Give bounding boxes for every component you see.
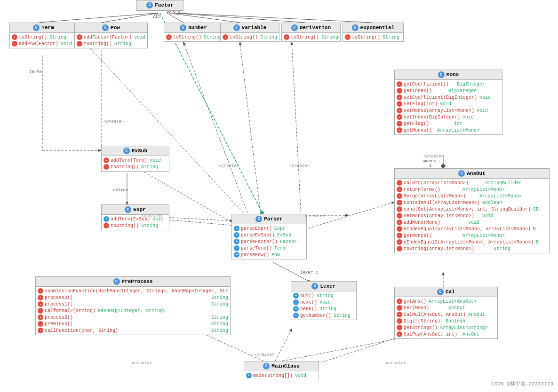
- method-icon: +: [234, 245, 239, 251]
- method-icon: -: [397, 220, 402, 225]
- label-lexer-1: lexer 1: [300, 270, 318, 275]
- method-icon: -: [397, 200, 402, 205]
- method-icon: -: [12, 41, 17, 47]
- class-name-exsub: ExSub: [132, 148, 147, 154]
- method-icon: -: [397, 239, 402, 245]
- svg-line-5: [179, 13, 372, 23]
- method-icon: +: [234, 239, 239, 244]
- class-name-expr: Expr: [133, 207, 145, 212]
- class-name-number: Number: [188, 25, 207, 31]
- svg-line-4: [174, 13, 305, 23]
- class-name-exponential: Exponential: [360, 25, 395, 31]
- label-monos: monos: [423, 159, 436, 164]
- method-icon: -: [104, 223, 109, 228]
- method-icon: -: [38, 328, 43, 333]
- method-icon: -: [397, 318, 402, 324]
- class-lexer: C Lexer + out() String + next() void + p…: [291, 281, 357, 320]
- method-icon: -: [38, 321, 43, 327]
- class-name-mainclass: MainClass: [271, 363, 299, 369]
- class-icon-exsub: C: [123, 148, 130, 154]
- class-icon-number: C: [180, 24, 186, 31]
- class-name-derivation: Derivation: [300, 25, 331, 31]
- svg-line-20: [85, 42, 259, 229]
- method-icon: +: [293, 299, 299, 305]
- class-ansout: C AnsOut - calStr(ArrayList<Mono>) Strin…: [394, 168, 550, 253]
- svg-line-19: [183, 42, 254, 230]
- method-icon: -: [397, 114, 402, 120]
- class-derivation: C Derivation - toString() String: [281, 23, 341, 42]
- method-icon: -: [397, 88, 402, 94]
- method-icon: -: [397, 325, 402, 330]
- method-icon: -: [397, 331, 402, 337]
- class-pow: C Pow - addFactor(Factor) void - toStrin…: [74, 23, 148, 48]
- svg-line-12: [160, 13, 263, 215]
- class-parser: C Parser + parseExpr() Expr + parseExSub…: [231, 214, 307, 259]
- class-name-term: Term: [41, 25, 54, 31]
- label-create-2: «create»: [141, 214, 161, 219]
- class-name-variable: Variable: [242, 25, 267, 31]
- class-preprocess: C PreProcess - submissionFunction(HashMa…: [35, 276, 231, 335]
- method-icon: +: [293, 306, 299, 312]
- class-factor: C Factor: [136, 0, 183, 11]
- label-exStbs: exStbs: [113, 188, 128, 193]
- class-icon-lexer: C: [311, 283, 318, 290]
- class-exsub: C ExSub - addTerm(Term) void - toString(…: [101, 146, 169, 172]
- label-terms: terms: [29, 70, 42, 74]
- class-name-preprocess: PreProcess: [122, 279, 153, 284]
- method-icon: -: [397, 180, 402, 186]
- method-icon: -: [397, 127, 402, 133]
- svg-line-23: [292, 42, 301, 216]
- method-icon: +: [104, 216, 109, 222]
- label-create-mc2: «create»: [386, 361, 406, 366]
- class-icon-exponential: C: [352, 24, 359, 31]
- svg-line-3: [169, 13, 240, 23]
- class-name-parser: Parser: [264, 216, 283, 222]
- method-icon: -: [397, 305, 402, 311]
- label-create-mc3: «create»: [254, 353, 274, 357]
- class-mainclass: C MainClass + main(String[]) void: [244, 361, 319, 380]
- method-icon: -: [397, 246, 402, 251]
- class-name-factor: Factor: [155, 2, 174, 8]
- method-icon: -: [397, 213, 402, 219]
- class-icon-ansout: C: [458, 170, 465, 177]
- class-icon-preprocess: C: [113, 278, 120, 285]
- class-icon-parser: C: [255, 216, 262, 222]
- method-icon: +: [234, 252, 239, 258]
- method-icon: -: [12, 34, 17, 40]
- class-mono: C Mono - getCoefficient() BigInteger - g…: [394, 70, 502, 135]
- method-icon: -: [397, 81, 402, 87]
- uml-diagram: C Factor C Term - toString() String - ad…: [0, 0, 558, 392]
- method-icon: -: [77, 34, 82, 40]
- class-icon-cal: C: [437, 289, 444, 295]
- method-icon: -: [397, 226, 402, 232]
- method-icon: -: [166, 34, 172, 40]
- label-create-6: «create»: [423, 154, 444, 159]
- label-create-4: «create»: [289, 164, 310, 168]
- class-icon-pow: C: [102, 24, 109, 31]
- class-icon-mainclass: C: [263, 363, 270, 369]
- svg-line-2: [167, 13, 183, 23]
- method-icon: -: [104, 157, 109, 163]
- method-icon: -: [397, 312, 402, 317]
- method-icon: -: [397, 193, 402, 199]
- method-icon: -: [397, 206, 402, 212]
- label-create-1: «create»: [104, 119, 124, 124]
- label-create-3: «create»: [219, 164, 239, 168]
- method-icon: -: [77, 41, 82, 47]
- svg-line-0: [39, 13, 155, 23]
- method-icon: -: [397, 94, 402, 100]
- method-icon: -: [397, 121, 402, 126]
- class-variable: C Variable - toString() String: [220, 23, 279, 42]
- watermark: CSDN @林宇浩-22373179: [491, 380, 553, 387]
- method-icon: -: [38, 295, 43, 300]
- method-icon: -: [38, 301, 43, 307]
- label-create-5: «create»: [305, 214, 325, 219]
- label-create-mc1: «create»: [132, 361, 152, 366]
- method-icon: -: [38, 314, 43, 320]
- class-icon-derivation: C: [291, 24, 298, 31]
- method-icon: -: [38, 288, 43, 294]
- method-icon: -: [397, 108, 402, 113]
- method-icon: +: [246, 373, 252, 378]
- method-icon: -: [397, 233, 402, 238]
- method-icon: -: [284, 34, 289, 40]
